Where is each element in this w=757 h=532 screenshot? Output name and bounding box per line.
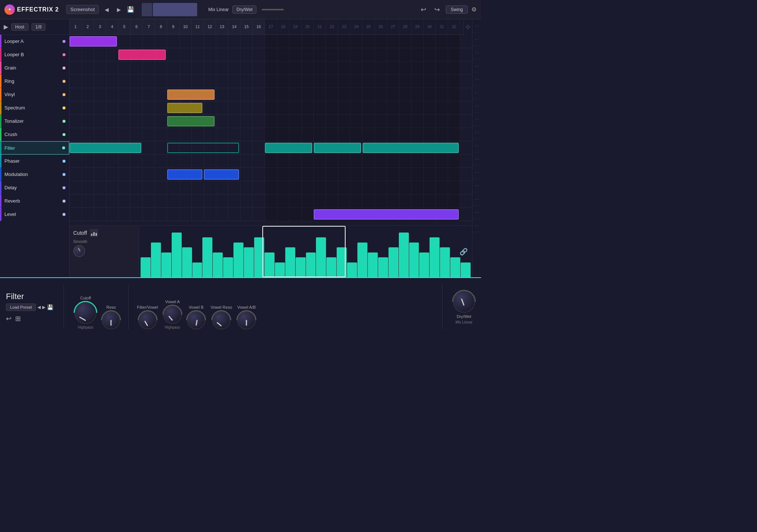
seq-cell-13-17[interactable]: [265, 208, 277, 221]
seq-cell-7-20[interactable]: [302, 128, 314, 141]
seq-cell-2-1[interactable]: [70, 61, 82, 75]
seq-cell-2-9[interactable]: [167, 61, 179, 75]
preset-back-button[interactable]: ◀: [102, 6, 111, 13]
beat-header-5[interactable]: 5: [118, 19, 131, 34]
track-block-level[interactable]: [314, 209, 459, 220]
seq-cell-13-12[interactable]: [204, 208, 216, 221]
seq-cell-7-9[interactable]: [167, 128, 179, 141]
preset-name[interactable]: Screenshot: [66, 5, 99, 14]
seq-cell-6-32[interactable]: [448, 115, 460, 128]
seq-cell-13-19[interactable]: [289, 208, 302, 221]
seq-cell-3-27[interactable]: [387, 75, 399, 88]
right-dot-15[interactable]: ···: [472, 219, 481, 232]
seq-cell-9-31[interactable]: [436, 155, 448, 168]
beat-header-27[interactable]: 27: [387, 19, 399, 34]
seq-cell-3-22[interactable]: [326, 75, 338, 88]
seq-cell-4-29[interactable]: [411, 88, 424, 101]
seq-cell-10-29[interactable]: [411, 168, 424, 181]
beat-header-20[interactable]: 20: [302, 19, 314, 34]
seq-cell-7-17[interactable]: [265, 128, 277, 141]
seq-cell-7-7[interactable]: [143, 128, 155, 141]
seq-cell-6-18[interactable]: [277, 115, 289, 128]
seq-cell-9-7[interactable]: [143, 155, 155, 168]
seq-cell-13-14[interactable]: [228, 208, 240, 221]
seq-cell-5-19[interactable]: [289, 101, 302, 115]
seq-cell-9-11[interactable]: [192, 155, 204, 168]
track-item-grain[interactable]: Grain: [0, 61, 69, 75]
right-dot-6[interactable]: ···: [472, 99, 481, 112]
seq-cell-0-6[interactable]: [131, 35, 143, 48]
seq-cell-7-29[interactable]: [411, 128, 424, 141]
seq-cell-12-31[interactable]: [436, 194, 448, 208]
seq-cell-4-28[interactable]: [399, 88, 411, 101]
seq-cell-6-26[interactable]: [375, 115, 387, 128]
seq-cell-12-18[interactable]: [277, 194, 289, 208]
knob-reso[interactable]: [102, 311, 120, 329]
seq-cell-5-14[interactable]: [228, 101, 240, 115]
seq-cell-1-28[interactable]: [399, 48, 411, 61]
seq-cell-1-29[interactable]: [411, 48, 424, 61]
swing-button[interactable]: Swing: [446, 6, 468, 14]
seq-cell-13-16[interactable]: [253, 208, 265, 221]
seq-cell-10-30[interactable]: [424, 168, 436, 181]
seq-cell-3-15[interactable]: [240, 75, 253, 88]
seq-cell-0-12[interactable]: [204, 35, 216, 48]
seq-cell-4-16[interactable]: [253, 88, 265, 101]
seq-cell-0-7[interactable]: [143, 35, 155, 48]
seq-cell-2-17[interactable]: [265, 61, 277, 75]
seq-cell-4-2[interactable]: [82, 88, 94, 101]
host-button[interactable]: Host: [11, 23, 28, 31]
seq-cell-7-22[interactable]: [326, 128, 338, 141]
pattern-block-2[interactable]: [153, 3, 197, 16]
seq-cell-6-15[interactable]: [240, 115, 253, 128]
beat-header-32[interactable]: 32: [448, 19, 460, 34]
beat-header-24[interactable]: 24: [350, 19, 363, 34]
track-item-looper-a[interactable]: Looper A: [0, 35, 69, 48]
seq-cell-3-14[interactable]: [228, 75, 240, 88]
track-item-vinyl[interactable]: Vinyl: [0, 88, 69, 101]
seq-cell-4-27[interactable]: [387, 88, 399, 101]
seq-cell-2-25[interactable]: [363, 61, 375, 75]
seq-cell-13-10[interactable]: [179, 208, 192, 221]
track-block-looper-b[interactable]: [118, 50, 166, 60]
play-button[interactable]: ▶: [4, 23, 8, 30]
beat-header-11[interactable]: 11: [192, 19, 204, 34]
seq-cell-2-29[interactable]: [411, 61, 424, 75]
seq-cell-13-5[interactable]: [118, 208, 131, 221]
seq-cell-10-18[interactable]: [277, 168, 289, 181]
seq-cell-4-25[interactable]: [363, 88, 375, 101]
seq-cell-3-8[interactable]: [155, 75, 167, 88]
beat-header-14[interactable]: 14: [228, 19, 240, 34]
preset-save-button[interactable]: 💾: [127, 6, 134, 13]
beat-header-12[interactable]: 12: [204, 19, 216, 34]
seq-cell-12-1[interactable]: [70, 194, 82, 208]
seq-cell-3-1[interactable]: [70, 75, 82, 88]
seq-cell-2-6[interactable]: [131, 61, 143, 75]
seq-cell-11-13[interactable]: [216, 181, 228, 194]
seq-cell-9-15[interactable]: [240, 155, 253, 168]
seq-cell-11-25[interactable]: [363, 181, 375, 194]
seq-cell-3-6[interactable]: [131, 75, 143, 88]
seq-cell-9-2[interactable]: [82, 155, 94, 168]
beat-header-3[interactable]: 3: [94, 19, 106, 34]
seq-cell-11-3[interactable]: [94, 181, 106, 194]
seq-cell-2-16[interactable]: [253, 61, 265, 75]
right-dot-10[interactable]: ···: [472, 152, 481, 166]
right-dot-1[interactable]: ···: [472, 33, 481, 46]
seq-cell-13-20[interactable]: [302, 208, 314, 221]
seq-cell-4-13[interactable]: [216, 88, 228, 101]
beat-header-21[interactable]: 21: [314, 19, 326, 34]
seq-cell-9-8[interactable]: [155, 155, 167, 168]
seq-cell-3-7[interactable]: [143, 75, 155, 88]
track-block-modulation[interactable]: [204, 169, 239, 180]
seq-cell-2-13[interactable]: [216, 61, 228, 75]
seq-cell-1-20[interactable]: [302, 48, 314, 61]
seq-cell-7-10[interactable]: [179, 128, 192, 141]
seq-cell-10-25[interactable]: [363, 168, 375, 181]
track-block-modulation[interactable]: [167, 169, 202, 180]
seq-cell-7-12[interactable]: [204, 128, 216, 141]
seq-cell-2-7[interactable]: [143, 61, 155, 75]
seq-cell-11-26[interactable]: [375, 181, 387, 194]
seq-cell-9-29[interactable]: [411, 155, 424, 168]
seq-cell-7-28[interactable]: [399, 128, 411, 141]
